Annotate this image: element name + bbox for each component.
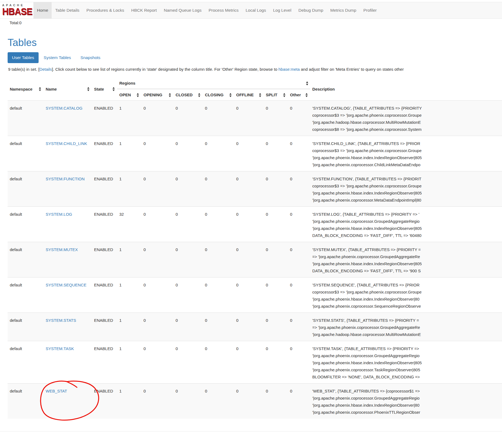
offline-count-cell[interactable]: 0 [234, 313, 264, 341]
open-count-cell[interactable]: 1 [117, 171, 141, 207]
offline-count-cell[interactable]: 0 [234, 101, 264, 136]
opening-count-cell[interactable]: 0 [141, 277, 173, 313]
nav-item-profiler-label[interactable]: Profiler [360, 2, 380, 18]
other-count-cell[interactable]: 0 [288, 171, 310, 207]
table-name-link[interactable]: SYSTEM.TASK [46, 346, 74, 351]
closed-count-cell[interactable]: 0 [173, 207, 203, 242]
table-name-link[interactable]: SYSTEM.FUNCTION [46, 177, 85, 181]
offline-count-cell[interactable]: 0 [234, 136, 264, 171]
closed-count-cell[interactable]: 0 [173, 313, 203, 341]
opening-count-cell[interactable]: 0 [141, 341, 173, 384]
open-count-cell[interactable]: 1 [117, 313, 141, 341]
nav-item-local-logs-label[interactable]: Local Logs [242, 2, 270, 18]
split-count-cell[interactable]: 0 [264, 277, 288, 313]
closing-count-cell[interactable]: 0 [203, 313, 234, 341]
closing-count-cell[interactable]: 0 [203, 136, 234, 171]
split-count-cell[interactable]: 0 [264, 136, 288, 171]
closing-count-cell[interactable]: 0 [203, 341, 234, 384]
nav-item-metrics-dump[interactable]: Metrics Dump [327, 2, 360, 18]
other-count-cell[interactable]: 0 [288, 384, 310, 419]
other-count-cell[interactable]: 0 [288, 136, 310, 171]
other-count-cell[interactable]: 0 [288, 242, 310, 277]
closed-count-cell[interactable]: 0 [173, 341, 203, 384]
split-count-cell[interactable]: 0 [264, 313, 288, 341]
nav-item-hbck-report[interactable]: HBCK Report [128, 2, 160, 18]
split-count-cell[interactable]: 0 [264, 242, 288, 277]
nav-item-named-queue-logs[interactable]: Named Queue Logs [160, 2, 205, 18]
tab-user-tables-label[interactable]: User Tables [8, 52, 39, 63]
nav-item-profiler[interactable]: Profiler [360, 2, 380, 18]
sort-icon[interactable] [229, 93, 232, 97]
nav-item-home[interactable]: Home [33, 2, 52, 18]
sort-icon[interactable] [87, 87, 90, 91]
opening-count-cell[interactable]: 0 [141, 171, 173, 207]
split-count-cell[interactable]: 0 [264, 101, 288, 136]
closing-count-cell[interactable]: 0 [203, 207, 234, 242]
table-name-link[interactable]: SYSTEM.STATS [46, 318, 76, 323]
tab-snapshots[interactable]: Snapshots [76, 52, 105, 63]
open-count-cell[interactable]: 1 [117, 101, 141, 136]
other-count-cell[interactable]: 0 [288, 341, 310, 384]
nav-item-procedures-locks[interactable]: Procedures & Locks [83, 2, 128, 18]
nav-item-table-details-label[interactable]: Table Details [52, 2, 83, 18]
offline-count-cell[interactable]: 0 [234, 384, 264, 419]
other-count-cell[interactable]: 0 [288, 207, 310, 242]
nav-item-table-details[interactable]: Table Details [52, 2, 83, 18]
other-count-cell[interactable]: 0 [288, 277, 310, 313]
nav-item-local-logs[interactable]: Local Logs [242, 2, 270, 18]
closed-count-cell[interactable]: 0 [173, 242, 203, 277]
nav-item-debug-dump[interactable]: Debug Dump [295, 2, 327, 18]
nav-item-log-level-label[interactable]: Log Level [270, 2, 295, 18]
opening-count-cell[interactable]: 0 [141, 242, 173, 277]
closed-count-cell[interactable]: 0 [173, 277, 203, 313]
table-name-link[interactable]: SYSTEM.MUTEX [46, 247, 78, 252]
sort-icon[interactable] [39, 87, 41, 91]
closing-count-cell[interactable]: 0 [203, 101, 234, 136]
split-count-cell[interactable]: 0 [264, 341, 288, 384]
table-name-link[interactable]: SYSTEM.CHILD_LINK [46, 141, 87, 146]
closing-count-cell[interactable]: 0 [203, 242, 234, 277]
opening-count-cell[interactable]: 0 [141, 313, 173, 341]
table-name-link[interactable]: SYSTEM.LOG [46, 212, 72, 217]
closing-count-cell[interactable]: 0 [203, 171, 234, 207]
opening-count-cell[interactable]: 0 [141, 384, 173, 419]
sort-icon[interactable] [137, 93, 139, 97]
open-count-cell[interactable]: 1 [117, 384, 141, 419]
other-count-cell[interactable]: 0 [288, 313, 310, 341]
closed-count-cell[interactable]: 0 [173, 171, 203, 207]
nav-item-metrics-dump-label[interactable]: Metrics Dump [327, 2, 360, 18]
open-count-cell[interactable]: 1 [117, 277, 141, 313]
open-count-cell[interactable]: 1 [117, 136, 141, 171]
sort-icon[interactable] [169, 93, 171, 97]
split-count-cell[interactable]: 0 [264, 207, 288, 242]
closed-count-cell[interactable]: 0 [173, 384, 203, 419]
nav-item-procedures-locks-label[interactable]: Procedures & Locks [83, 2, 128, 18]
sort-icon[interactable] [259, 93, 261, 97]
closing-count-cell[interactable]: 0 [203, 277, 234, 313]
offline-count-cell[interactable]: 0 [234, 341, 264, 384]
offline-count-cell[interactable]: 0 [234, 207, 264, 242]
open-count-cell[interactable]: 1 [117, 341, 141, 384]
opening-count-cell[interactable]: 0 [141, 101, 173, 136]
open-count-cell[interactable]: 32 [117, 207, 141, 242]
nav-item-named-queue-logs-label[interactable]: Named Queue Logs [160, 2, 205, 18]
sort-icon[interactable] [198, 93, 201, 97]
nav-item-debug-dump-label[interactable]: Debug Dump [295, 2, 327, 18]
offline-count-cell[interactable]: 0 [234, 277, 264, 313]
hbase-logo[interactable]: APACHE HBASE [0, 2, 33, 18]
tab-system-tables[interactable]: System Tables [39, 52, 76, 63]
sort-icon[interactable] [305, 93, 308, 97]
closed-count-cell[interactable]: 0 [173, 136, 203, 171]
nav-item-home-label[interactable]: Home [33, 2, 52, 18]
split-count-cell[interactable]: 0 [264, 171, 288, 207]
table-name-link[interactable]: SYSTEM.CATALOG [46, 106, 82, 110]
split-count-cell[interactable]: 0 [264, 384, 288, 419]
hbase-meta-link[interactable]: hbase:meta [278, 67, 300, 72]
details-link[interactable]: Details [39, 67, 52, 72]
offline-count-cell[interactable]: 0 [234, 171, 264, 207]
sort-icon[interactable] [113, 87, 115, 91]
other-count-cell[interactable]: 0 [288, 101, 310, 136]
closing-count-cell[interactable]: 0 [203, 384, 234, 419]
nav-item-process-metrics[interactable]: Process Metrics [205, 2, 242, 18]
sort-icon[interactable] [306, 81, 308, 85]
